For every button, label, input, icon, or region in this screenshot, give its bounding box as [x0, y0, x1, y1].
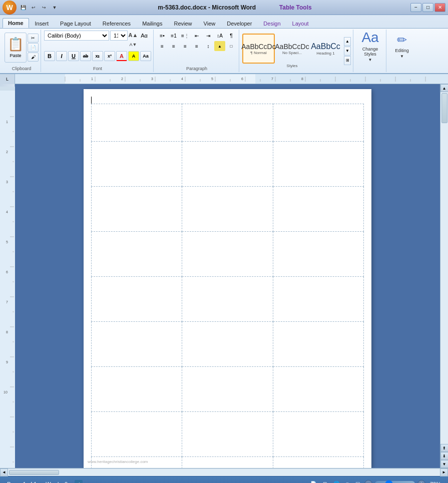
clear-format-button[interactable]: Aα	[139, 31, 150, 41]
scroll-down-button[interactable]: ▼	[440, 460, 449, 468]
subscript-button[interactable]: x₂	[92, 51, 103, 61]
styles-expand[interactable]: ⊞	[344, 56, 351, 65]
tab-references[interactable]: References	[97, 19, 136, 28]
table-cell[interactable]	[182, 277, 273, 322]
vertical-scrollbar[interactable]: ▲ ⬆ ⬇ ▼	[440, 84, 448, 468]
change-styles-button[interactable]: Aa Change Styles ▼	[356, 31, 384, 61]
superscript-button[interactable]: x²	[104, 51, 115, 61]
tab-insert[interactable]: Insert	[30, 19, 55, 28]
scroll-area[interactable]: www.heritagechristiancollege.com	[15, 84, 440, 468]
scroll-page-down-button[interactable]: ⬇	[440, 452, 449, 460]
paste-button[interactable]: 📋 Paste	[5, 33, 27, 63]
zoom-out-button[interactable]: −	[364, 480, 372, 484]
bullets-button[interactable]: ≡•	[157, 31, 168, 41]
office-orb[interactable]: W	[3, 1, 17, 15]
print-layout-view-button[interactable]: 📄	[308, 480, 318, 483]
align-right-button[interactable]: ≡	[180, 41, 191, 51]
italic-button[interactable]: I	[56, 51, 67, 61]
style-no-spacing[interactable]: AaBbCcDc No Spaci...	[276, 34, 308, 64]
table-cell[interactable]	[182, 232, 273, 277]
outline-view-button[interactable]: ≡	[344, 480, 351, 483]
increase-indent-button[interactable]: ⇥	[203, 31, 214, 41]
copy-button[interactable]: 📄	[28, 43, 39, 52]
format-painter-button[interactable]: 🖌	[28, 53, 39, 62]
zoom-in-button[interactable]: +	[417, 480, 425, 484]
tab-review[interactable]: Review	[168, 19, 197, 28]
web-layout-view-button[interactable]: 🌐	[331, 480, 341, 483]
justify-button[interactable]: ≡	[191, 41, 202, 51]
table-cell[interactable]	[92, 412, 182, 457]
tab-layout[interactable]: Layout	[287, 19, 314, 28]
table-cell[interactable]	[182, 457, 273, 468]
table-cell[interactable]	[273, 187, 363, 232]
table-cell[interactable]	[273, 104, 363, 142]
font-size-select[interactable]: 11	[110, 31, 128, 41]
table-cell[interactable]	[92, 104, 182, 142]
table-cell[interactable]	[92, 187, 182, 232]
table-cell[interactable]	[273, 322, 363, 367]
styles-scroll-down[interactable]: ▼	[344, 47, 351, 56]
table-cell[interactable]	[273, 142, 363, 187]
word-count[interactable]: Words: 0	[44, 480, 70, 484]
borders-button[interactable]: □	[226, 41, 237, 51]
table-cell[interactable]	[92, 232, 182, 277]
styles-scroll-up[interactable]: ▲	[344, 37, 351, 46]
spelling-icon[interactable]: ✓	[75, 480, 83, 484]
change-case-button[interactable]: Aa	[140, 51, 151, 61]
align-center-button[interactable]: ≡	[168, 41, 179, 51]
scroll-page-up-button[interactable]: ⬆	[440, 444, 449, 452]
table-cell[interactable]	[273, 367, 363, 412]
table-cell[interactable]	[182, 142, 273, 187]
table-cell[interactable]	[182, 104, 273, 142]
maximize-button[interactable]: □	[422, 3, 433, 12]
font-color-button[interactable]: A	[116, 51, 127, 61]
table-cell[interactable]	[182, 187, 273, 232]
scroll-up-button[interactable]: ▲	[440, 84, 449, 92]
close-button[interactable]: ✕	[434, 3, 445, 12]
shrink-font-button[interactable]: A▼	[129, 40, 138, 49]
horizontal-scrollbar[interactable]: ◄ ►	[0, 468, 448, 476]
table-cell[interactable]	[182, 367, 273, 412]
undo-qa-button[interactable]: ↩	[29, 3, 38, 12]
table-cell[interactable]	[273, 457, 363, 468]
bold-button[interactable]: B	[44, 51, 55, 61]
show-hide-button[interactable]: ¶	[226, 31, 237, 41]
redo-qa-button[interactable]: ↪	[40, 3, 49, 12]
table-cell[interactable]	[182, 322, 273, 367]
tab-developer[interactable]: Developer	[221, 19, 257, 28]
scroll-right-button[interactable]: ►	[440, 468, 448, 476]
table-cell[interactable]	[92, 322, 182, 367]
draft-view-button[interactable]: ▤	[353, 480, 362, 483]
save-qa-button[interactable]: 💾	[19, 3, 28, 12]
grow-font-button[interactable]: A▲	[129, 31, 138, 40]
tab-home[interactable]: Home	[3, 18, 29, 28]
table-cell[interactable]	[92, 142, 182, 187]
page-count[interactable]: Page: 1 of 1	[5, 480, 39, 484]
corner-box[interactable]: L	[0, 74, 15, 84]
tab-design[interactable]: Design	[258, 19, 286, 28]
highlight-button[interactable]: A	[128, 51, 139, 61]
table-cell[interactable]	[182, 412, 273, 457]
table-cell[interactable]	[273, 277, 363, 322]
table-cell[interactable]	[92, 277, 182, 322]
style-heading-1[interactable]: AaBbCc Heading 1	[309, 34, 342, 64]
font-name-select[interactable]: Calibri (Body)	[44, 31, 109, 41]
editing-button[interactable]: ✏ Editing ▼	[389, 31, 414, 61]
scroll-thumb[interactable]	[441, 93, 447, 123]
full-screen-view-button[interactable]: ⊡	[321, 480, 329, 483]
tab-view[interactable]: View	[198, 19, 221, 28]
zoom-level[interactable]: 70%	[428, 480, 443, 484]
shading-button[interactable]: ▲	[214, 41, 225, 51]
decrease-indent-button[interactable]: ⇤	[191, 31, 202, 41]
h-scroll-thumb[interactable]	[9, 470, 59, 475]
numbering-button[interactable]: ≡1	[168, 31, 179, 41]
scroll-left-button[interactable]: ◄	[0, 468, 8, 476]
sort-button[interactable]: ↕A	[214, 31, 225, 41]
tab-page-layout[interactable]: Page Layout	[55, 19, 97, 28]
table-cell[interactable]	[92, 367, 182, 412]
table-cell[interactable]	[273, 232, 363, 277]
tab-mailings[interactable]: Mailings	[137, 19, 168, 28]
style-normal[interactable]: AaBbCcDc ¶ Normal	[242, 34, 275, 64]
table-cell[interactable]	[273, 412, 363, 457]
cut-button[interactable]: ✂	[28, 34, 39, 43]
